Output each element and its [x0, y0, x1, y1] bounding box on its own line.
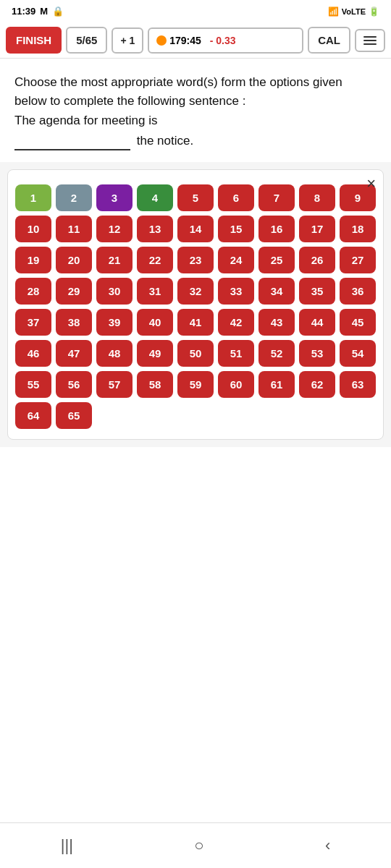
timer-deduction: - 0.33 [210, 35, 236, 46]
wifi-icon: 📶 [328, 7, 339, 17]
empty-area [0, 447, 391, 822]
number-button-4[interactable]: 4 [137, 184, 173, 211]
number-button-27[interactable]: 27 [340, 247, 376, 273]
number-button-22[interactable]: 22 [137, 247, 173, 273]
back-button[interactable]: ‹ [311, 830, 345, 861]
timer-dot-icon [156, 35, 167, 46]
number-button-7[interactable]: 7 [258, 184, 295, 211]
recent-apps-icon: ||| [61, 836, 73, 854]
number-button-47[interactable]: 47 [56, 340, 92, 367]
number-button-45[interactable]: 45 [340, 309, 376, 336]
timer-value: 179:45 [169, 35, 201, 46]
close-button[interactable]: × [366, 176, 376, 192]
cal-button[interactable]: CAL [308, 27, 350, 54]
number-button-6[interactable]: 6 [218, 184, 254, 211]
number-button-43[interactable]: 43 [258, 309, 295, 336]
number-button-23[interactable]: 23 [177, 247, 214, 273]
battery-icon: 🔋 [369, 7, 379, 17]
number-button-28[interactable]: 28 [15, 278, 51, 305]
number-button-63[interactable]: 63 [340, 371, 376, 398]
number-button-57[interactable]: 57 [96, 371, 133, 398]
question-text1: Choose the most appropriate word(s) form… [14, 73, 377, 111]
number-button-62[interactable]: 62 [299, 371, 335, 398]
question-text2: The agenda for meeting is [14, 111, 377, 130]
number-button-55[interactable]: 55 [15, 371, 51, 398]
number-button-60[interactable]: 60 [218, 371, 254, 398]
status-lock-icon: 🔒 [52, 6, 64, 17]
number-button-36[interactable]: 36 [340, 278, 376, 305]
menu-line-1 [363, 36, 377, 38]
number-button-15[interactable]: 15 [218, 216, 254, 242]
number-button-38[interactable]: 38 [56, 309, 92, 336]
home-icon: ○ [194, 836, 203, 854]
recent-apps-button[interactable]: ||| [46, 830, 88, 861]
number-button-44[interactable]: 44 [299, 309, 335, 336]
number-button-11[interactable]: 11 [56, 216, 92, 242]
number-button-8[interactable]: 8 [299, 184, 335, 211]
status-icons: 📶 VoLTE 🔋 [328, 7, 379, 17]
number-button-32[interactable]: 32 [177, 278, 214, 305]
number-button-46[interactable]: 46 [15, 340, 51, 367]
number-button-37[interactable]: 37 [15, 309, 51, 336]
number-button-26[interactable]: 26 [299, 247, 335, 273]
toolbar: FINISH 5/65 + 1 179:45 - 0.33 CAL [0, 22, 391, 59]
number-button-16[interactable]: 16 [258, 216, 295, 242]
number-button-65[interactable]: 65 [56, 402, 92, 429]
answer-blank [14, 130, 130, 150]
number-button-17[interactable]: 17 [299, 216, 335, 242]
question-text3: the notice. [14, 130, 377, 150]
number-button-30[interactable]: 30 [96, 278, 133, 305]
number-button-12[interactable]: 12 [96, 216, 133, 242]
number-button-42[interactable]: 42 [218, 309, 254, 336]
bottom-nav: ||| ○ ‹ [0, 822, 391, 868]
number-button-24[interactable]: 24 [218, 247, 254, 273]
number-button-59[interactable]: 59 [177, 371, 214, 398]
back-icon: ‹ [325, 836, 330, 854]
number-button-50[interactable]: 50 [177, 340, 214, 367]
number-button-49[interactable]: 49 [137, 340, 173, 367]
number-button-33[interactable]: 33 [218, 278, 254, 305]
number-button-41[interactable]: 41 [177, 309, 214, 336]
number-button-35[interactable]: 35 [299, 278, 335, 305]
number-button-56[interactable]: 56 [56, 371, 92, 398]
home-button[interactable]: ○ [180, 830, 218, 861]
number-button-20[interactable]: 20 [56, 247, 92, 273]
number-button-2[interactable]: 2 [56, 184, 92, 211]
number-button-53[interactable]: 53 [299, 340, 335, 367]
number-button-29[interactable]: 29 [56, 278, 92, 305]
number-button-58[interactable]: 58 [137, 371, 173, 398]
number-button-21[interactable]: 21 [96, 247, 133, 273]
number-button-48[interactable]: 48 [96, 340, 133, 367]
number-button-34[interactable]: 34 [258, 278, 295, 305]
menu-line-2 [363, 40, 377, 41]
score-display: 5/65 [66, 27, 107, 54]
number-grid: 1234567891011121314151617181920212223242… [15, 184, 376, 429]
menu-button[interactable] [355, 29, 385, 52]
finish-button[interactable]: FINISH [6, 27, 62, 54]
question-area: Choose the most appropriate word(s) form… [0, 59, 391, 162]
status-time: 11:39 [12, 6, 35, 17]
number-button-40[interactable]: 40 [137, 309, 173, 336]
number-button-5[interactable]: 5 [177, 184, 214, 211]
number-button-1[interactable]: 1 [15, 184, 51, 211]
number-button-14[interactable]: 14 [177, 216, 214, 242]
number-button-18[interactable]: 18 [340, 216, 376, 242]
timer-block: 179:45 - 0.33 [148, 27, 303, 54]
number-button-39[interactable]: 39 [96, 309, 133, 336]
number-button-51[interactable]: 51 [218, 340, 254, 367]
number-button-13[interactable]: 13 [137, 216, 173, 242]
menu-line-3 [363, 43, 377, 45]
timer-minus [204, 35, 207, 46]
number-button-64[interactable]: 64 [15, 402, 51, 429]
number-button-19[interactable]: 19 [15, 247, 51, 273]
status-carrier: M [40, 6, 48, 17]
number-button-10[interactable]: 10 [15, 216, 51, 242]
number-button-61[interactable]: 61 [258, 371, 295, 398]
plus-button[interactable]: + 1 [112, 27, 143, 54]
grid-panel: × 12345678910111213141516171819202122232… [7, 169, 384, 440]
number-button-31[interactable]: 31 [137, 278, 173, 305]
number-button-52[interactable]: 52 [258, 340, 295, 367]
number-button-3[interactable]: 3 [96, 184, 133, 211]
number-button-25[interactable]: 25 [258, 247, 295, 273]
number-button-54[interactable]: 54 [340, 340, 376, 367]
